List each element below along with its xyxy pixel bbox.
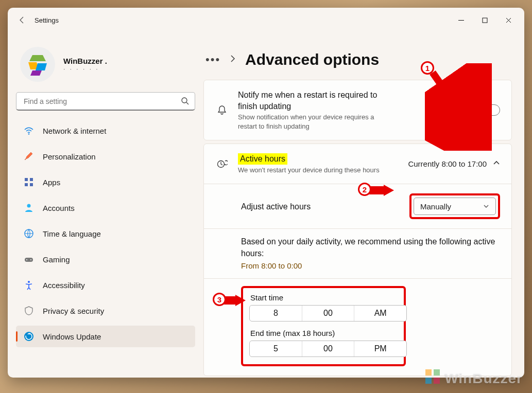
- titlebar: Settings: [8, 8, 524, 32]
- svg-rect-0: [483, 18, 487, 23]
- time-pickers-section: Start time 8 00 AM End time (max 18 hour…: [204, 279, 511, 376]
- search-icon: [181, 97, 189, 107]
- chevron-up-icon: [493, 159, 500, 168]
- close-button[interactable]: [496, 12, 520, 28]
- chevron-down-icon: [483, 203, 489, 209]
- recommendation-row: Based on your daily activity, we recomme…: [204, 229, 511, 278]
- adjust-label: Adjust active hours: [241, 201, 400, 212]
- profile-name: WinBuzzer .: [63, 57, 107, 65]
- shield-icon: [23, 305, 35, 316]
- svg-marker-4: [30, 70, 42, 76]
- start-time-label: Start time: [250, 293, 407, 302]
- watermark-text: WinBuzzer: [444, 370, 523, 387]
- clock-refresh-icon: [215, 158, 229, 170]
- sidebar-item-label: Gaming: [43, 255, 70, 264]
- maximize-icon: [482, 17, 488, 23]
- svg-point-16: [28, 281, 30, 283]
- svg-marker-3: [36, 63, 47, 70]
- svg-point-15: [30, 259, 31, 260]
- end-ampm[interactable]: PM: [354, 341, 406, 356]
- nav: Network & internet Personalization Apps …: [16, 120, 195, 369]
- chevron-right-icon: [230, 55, 236, 64]
- notify-sub: Show notification when your device requi…: [238, 113, 387, 131]
- start-minute[interactable]: 00: [302, 306, 354, 321]
- svg-rect-24: [425, 378, 432, 384]
- sidebar-item-privacy[interactable]: Privacy & security: [16, 300, 195, 321]
- sidebar-item-label: Time & language: [43, 229, 101, 238]
- profile-text: WinBuzzer . · · · · · ·: [63, 57, 107, 73]
- person-icon: [23, 202, 35, 213]
- sidebar-item-time-language[interactable]: Time & language: [16, 223, 195, 244]
- avatar: [20, 47, 55, 82]
- window-title: Settings: [32, 16, 59, 24]
- bell-icon: [215, 104, 229, 116]
- profile-sub: · · · · · ·: [63, 65, 107, 73]
- watermark-icon: [424, 368, 441, 389]
- sidebar-item-label: Accounts: [43, 204, 75, 212]
- annotation-3: 3: [213, 293, 226, 306]
- annotation-arrow-2: [369, 185, 394, 196]
- watermark: WinBuzzer: [424, 368, 523, 389]
- recommend-text: Based on your daily activity, we recomme…: [241, 236, 500, 259]
- recommend-range: From 8:00 to 0:00: [241, 261, 500, 270]
- annotation-box-3: Start time 8 00 AM End time (max 18 hour…: [241, 286, 406, 366]
- sidebar-item-label: Accessibility: [43, 281, 85, 290]
- svg-point-14: [26, 259, 27, 260]
- arrow-left-icon: [18, 16, 26, 24]
- annotation-arrow-3: [224, 295, 246, 306]
- sidebar-item-network[interactable]: Network & internet: [16, 120, 195, 141]
- close-icon: [506, 17, 511, 23]
- start-ampm[interactable]: AM: [354, 306, 406, 321]
- annotation-arrow-1: [425, 63, 492, 151]
- svg-marker-20: [369, 185, 394, 196]
- end-hour[interactable]: 5: [250, 341, 302, 356]
- globe-icon: [23, 228, 35, 239]
- end-time-picker[interactable]: 5 00 PM: [249, 341, 407, 357]
- avatar-icon: [22, 49, 53, 80]
- profile-block[interactable]: WinBuzzer . · · · · · ·: [16, 32, 195, 92]
- svg-rect-7: [25, 178, 28, 181]
- sidebar-item-apps[interactable]: Apps: [16, 171, 195, 193]
- brush-icon: [23, 151, 35, 162]
- gamepad-icon: [23, 254, 35, 265]
- settings-window: Settings Wi: [8, 8, 524, 378]
- start-hour[interactable]: 8: [250, 306, 302, 321]
- annotation-1: 1: [421, 61, 434, 75]
- svg-rect-23: [434, 369, 440, 376]
- end-time-label: End time (max 18 hours): [250, 329, 407, 337]
- adjust-mode-dropdown[interactable]: Manually: [414, 198, 496, 215]
- minimize-button[interactable]: [449, 12, 473, 28]
- sidebar-item-label: Apps: [43, 178, 60, 187]
- svg-rect-22: [425, 369, 432, 376]
- sidebar-item-windows-update[interactable]: Windows Update: [16, 326, 195, 347]
- search-container: [16, 92, 195, 111]
- sidebar-item-accounts[interactable]: Accounts: [16, 197, 195, 219]
- maximize-button[interactable]: [473, 12, 496, 28]
- svg-rect-10: [30, 183, 33, 186]
- svg-point-5: [182, 98, 187, 103]
- search-input[interactable]: [16, 92, 195, 111]
- breadcrumb-more-icon[interactable]: •••: [205, 57, 220, 62]
- svg-point-6: [28, 133, 30, 135]
- accessibility-icon: [23, 279, 35, 291]
- svg-rect-13: [25, 258, 33, 262]
- svg-rect-25: [434, 378, 440, 384]
- sidebar-item-gaming[interactable]: Gaming: [16, 248, 195, 270]
- svg-rect-9: [25, 183, 28, 186]
- sidebar-item-label: Privacy & security: [43, 307, 104, 315]
- main-content: ••• Advanced options Notify me when a re…: [203, 32, 524, 378]
- svg-marker-1: [29, 55, 46, 61]
- page-title: Advanced options: [245, 51, 379, 68]
- sidebar-item-personalization[interactable]: Personalization: [16, 146, 195, 167]
- wifi-icon: [23, 125, 35, 136]
- end-minute[interactable]: 00: [302, 341, 354, 356]
- sidebar-item-label: Windows Update: [43, 332, 101, 341]
- sidebar-item-accessibility[interactable]: Accessibility: [16, 274, 195, 296]
- active-hours-sub: We won't restart your device during thes…: [238, 166, 382, 175]
- start-time-picker[interactable]: 8 00 AM: [249, 305, 407, 321]
- sidebar-item-label: Network & internet: [43, 127, 106, 135]
- dropdown-value: Manually: [420, 202, 451, 211]
- back-button[interactable]: [12, 16, 32, 24]
- update-icon: [23, 331, 35, 342]
- active-hours-card: Active hours We won't restart your devic…: [203, 144, 512, 376]
